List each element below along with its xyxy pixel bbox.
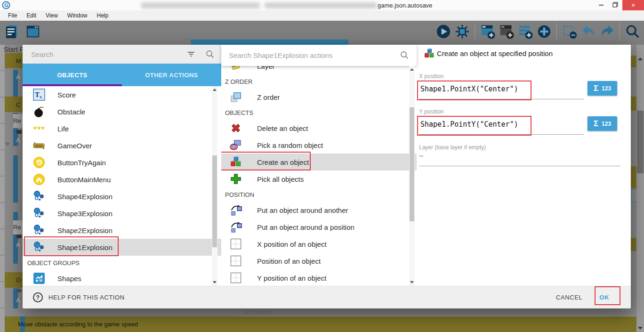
action-title: Create an object at specified position	[437, 49, 553, 57]
background-text-fragment: A	[16, 137, 20, 144]
list-item-label: Create an object	[257, 158, 309, 166]
tab-objects[interactable]: OBJECTS	[23, 64, 122, 86]
instruction-editor-dialog: OBJECTS OTHER ACTIONS TxScoreObstacle♥♥♥…	[23, 45, 631, 308]
list-item-pick-a-random-object[interactable]: Pick a random object	[221, 137, 417, 154]
particle-emitter-icon	[33, 241, 45, 253]
add-external-layout-icon[interactable]	[516, 23, 534, 40]
tab-other-actions[interactable]: OTHER ACTIONS	[122, 64, 221, 86]
list-item-shapes[interactable]: Shapes	[23, 270, 221, 286]
menu-edit[interactable]: Edit	[22, 11, 40, 20]
actions-scrollbar[interactable]	[409, 66, 415, 286]
actions-list: LayerZ ORDERZ orderOBJECTSDelete an obje…	[221, 57, 417, 286]
pick-random-icon	[230, 139, 242, 151]
close-button[interactable]: ×	[622, 0, 644, 10]
list-item-label: Obstacle	[57, 108, 85, 116]
background-event-block	[631, 56, 636, 67]
scroll-up-icon[interactable]	[638, 57, 643, 60]
minimize-button[interactable]	[594, 0, 608, 10]
redo-icon[interactable]	[598, 23, 616, 40]
gdevelop-logo-icon: G	[2, 1, 10, 9]
scroll-down-icon[interactable]	[638, 327, 643, 330]
add-external-events-icon[interactable]	[498, 23, 515, 40]
list-item-buttonmainmenu[interactable]: ButtonMainMenu	[23, 171, 221, 188]
scroll-up-icon[interactable]	[410, 68, 414, 71]
restore-button[interactable]	[608, 0, 622, 10]
list-item-y-position-of-an-object[interactable]: Y position of an object	[221, 269, 417, 286]
help-label: HELP FOR THIS ACTION	[48, 294, 125, 301]
section-header-z-order: Z ORDER	[221, 74, 417, 89]
svg-text:x: x	[40, 94, 42, 99]
list-item-shape2explosion[interactable]: Shape2Explosion	[23, 222, 221, 239]
undo-icon[interactable]	[580, 23, 597, 40]
scrollbar-thumb[interactable]	[212, 155, 217, 247]
background-text-fragment: M	[16, 57, 21, 65]
menu-window[interactable]: Window	[63, 11, 92, 20]
help-button[interactable]: ? HELP FOR THIS ACTION	[33, 292, 125, 302]
section-header-objects: OBJECTS	[221, 105, 417, 120]
list-item-score[interactable]: TxScore	[23, 86, 221, 103]
list-item-shape3explosion[interactable]: Shape3Explosion	[23, 205, 221, 222]
list-item-label: Pick all objects	[257, 175, 304, 183]
background-event-block	[631, 166, 636, 188]
scrollbar-thumb[interactable]	[637, 111, 644, 173]
list-item-gameover[interactable]: GameOver	[23, 137, 221, 154]
y-expression-button[interactable]: Σ 123	[588, 116, 617, 131]
list-item-label: Y position of an object	[257, 274, 326, 282]
event-sheet-scrollbar[interactable]	[636, 45, 644, 332]
background-text-fragment: Re	[13, 117, 21, 124]
remove-event-icon[interactable]	[561, 23, 578, 40]
list-item-pick-all-objects[interactable]: Pick all objects	[221, 170, 417, 187]
scroll-down-icon[interactable]	[410, 281, 414, 283]
search-icon	[400, 50, 409, 60]
list-item-shape4explosion[interactable]: Shape4Explosion	[23, 188, 221, 205]
list-item-put-an-object-around-another[interactable]: Put an object around another	[221, 202, 417, 219]
list-item-x-position-of-an-object[interactable]: X position of an object	[221, 235, 417, 252]
actions-column: LayerZ ORDERZ orderOBJECTSDelete an obje…	[221, 45, 417, 286]
list-item-life[interactable]: ♥♥♥Life	[23, 120, 221, 137]
cancel-button[interactable]: CANCEL	[556, 294, 582, 301]
x-expression-button[interactable]: Σ 123	[588, 81, 617, 96]
objects-search-input[interactable]	[23, 50, 173, 59]
expression-123-label: 123	[602, 121, 611, 127]
list-item-obstacle[interactable]: Obstacle	[23, 103, 221, 120]
play-icon[interactable]	[435, 23, 452, 40]
list-item-shape1explosion[interactable]: Shape1Explosion	[23, 239, 221, 256]
background-mini-icon	[16, 130, 22, 134]
list-item-label: Score	[57, 91, 76, 99]
actions-search-input[interactable]	[221, 51, 381, 60]
scrollbar-thumb[interactable]	[410, 107, 414, 221]
list-item-label: Pick a random object	[257, 141, 323, 149]
actions-search-bar	[221, 45, 417, 66]
gameover-banner-icon	[33, 139, 45, 152]
position-grid-icon	[230, 272, 242, 284]
add-object-icon[interactable]	[535, 23, 553, 40]
particle-emitter-icon	[33, 190, 45, 202]
project-manager-icon[interactable]	[4, 23, 21, 40]
annotation-box	[595, 286, 620, 305]
list-item-z-order[interactable]: Z order	[221, 89, 417, 105]
scroll-down-icon[interactable]	[213, 281, 217, 283]
scroll-up-icon[interactable]	[213, 89, 217, 91]
z-order-icon	[230, 91, 242, 103]
list-item-create-an-object[interactable]: Create an object	[221, 154, 417, 170]
search-icon[interactable]	[624, 23, 641, 40]
position-grid-icon	[230, 238, 242, 250]
list-item-delete-an-object[interactable]: Delete an object	[221, 120, 417, 137]
background-add-action-link: Add action	[244, 308, 273, 316]
window-title: game.json.autosave	[378, 2, 432, 9]
list-item-put-an-object-around-a-position[interactable]: Put an object around a position	[221, 219, 417, 235]
menu-file[interactable]: File	[4, 11, 21, 20]
menu-view[interactable]: View	[41, 11, 62, 20]
objects-scrollbar[interactable]	[212, 86, 217, 286]
editor-window-icon[interactable]	[24, 23, 41, 40]
add-scene-icon[interactable]	[479, 23, 496, 40]
filter-icon[interactable]	[186, 49, 196, 59]
application-window: G game.json.autosave × FileEditViewWindo…	[0, 0, 644, 332]
menu-help[interactable]: Help	[93, 11, 113, 20]
list-item-position-of-an-object[interactable]: Position of an object	[221, 252, 417, 269]
hearts-icon: ♥♥♥	[33, 122, 45, 135]
list-item-buttontryagain[interactable]: ButtonTryAgain	[23, 154, 221, 171]
debug-icon[interactable]	[453, 23, 471, 40]
layer-value[interactable]: ""	[419, 154, 423, 161]
list-item-label: X position of an object	[257, 240, 327, 248]
